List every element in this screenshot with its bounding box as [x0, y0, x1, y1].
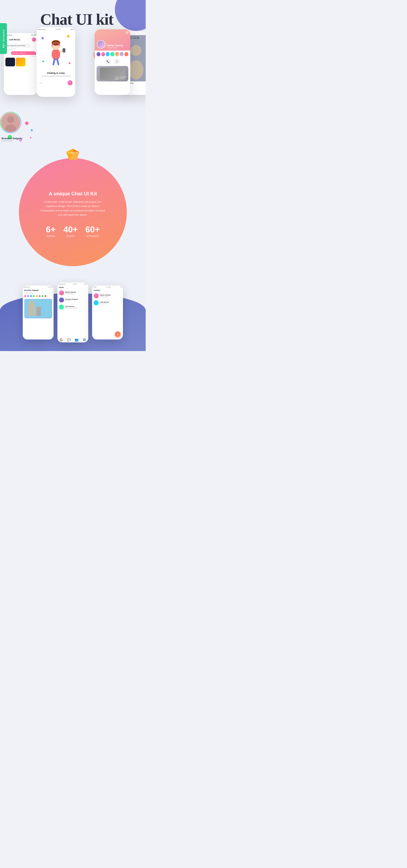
avatar-5 — [115, 52, 119, 56]
stat-sections: 6+ Sections — [46, 225, 56, 238]
close-button[interactable]: ✕ — [125, 31, 129, 34]
list-item-2: Brandon Delgado Hey there! — [58, 297, 88, 304]
p2-subtitle: Feeling Happy — [23, 292, 54, 294]
circle-description: UI elements, multi-screen artboards and … — [40, 200, 106, 217]
profile-header: Marian Stanley Feeling Happy ✕ — [95, 29, 130, 51]
tab-chat[interactable]: 💬 — [67, 338, 71, 342]
chat-media-preview: -- potter 12/27/2017...hat you knowcurat… — [97, 66, 128, 82]
p2-home-header: Home — [58, 286, 88, 289]
stat-screens-number: 40+ — [63, 225, 78, 235]
statue-preview — [24, 299, 52, 318]
phone-onboarding-center: ●●●● Sketch 9:41 AM 100% — [37, 27, 75, 97]
svg-point-11 — [129, 60, 143, 80]
menu-icon[interactable]: ☰ — [114, 59, 120, 64]
phone-profile-right: Marian Stanley Feeling Happy ✕ 📞 ☰ — [95, 29, 130, 95]
profile-circle — [0, 112, 21, 133]
hero-section: 40+ screens Chat UI kit 60+ Compo ●●●● A… — [0, 0, 146, 145]
dots-row — [23, 294, 54, 298]
avatar-2 — [101, 52, 105, 56]
tab-settings[interactable]: ⚙️ — [82, 338, 86, 342]
chat-overlay-text: -- potter 12/27/2017...hat you knowcurat… — [114, 76, 127, 80]
svg-rect-24 — [36, 307, 41, 316]
avatar-4 — [110, 52, 114, 56]
sketch-icon — [66, 149, 79, 160]
stat-elements: 60+ UI Elements — [86, 225, 100, 238]
tab-bar: 🏠 💬 👥 ⚙️ — [58, 337, 88, 342]
contact-item-1: Marian Stanley Feeling Happy — [92, 292, 123, 299]
avatar-7 — [125, 52, 128, 56]
stats-row: 6+ Sections 40+ Screens 60+ UI Elements — [46, 225, 100, 238]
fab-button[interactable]: + — [115, 331, 121, 337]
profile-image — [1, 113, 20, 132]
p2-contact-header: Contact — [92, 288, 123, 292]
svg-rect-6 — [63, 48, 65, 53]
profile-name-area: Marian Stanley Feeling Happy — [107, 44, 123, 49]
chat-bubble-sent: What are... Had lun... — [11, 51, 36, 55]
svg-point-10 — [131, 45, 141, 56]
section-gradient: A unique Chat UI Kit UI elements, multi-… — [0, 145, 146, 278]
profile-info: Brandon Delgado Feeling Happy — [2, 137, 22, 142]
svg-line-8 — [57, 59, 58, 64]
hero-title-area: Chat UI kit — [0, 0, 146, 27]
svg-point-0 — [52, 49, 60, 60]
profile-avatar — [97, 40, 105, 49]
avatar-1 — [97, 52, 100, 56]
onboarding-text: Chating is crazy Chat to any person, any… — [37, 70, 75, 79]
stat-screens: 40+ Screens — [63, 225, 78, 238]
action-icons-row: 📞 ☰ — [95, 59, 130, 64]
onboarding-illustration — [37, 31, 75, 70]
side-label: 40+ screens — [0, 23, 7, 54]
phones-area: ●●●● Alimz 9:41 AM ← Leah McCoy Hey, Dud… — [0, 26, 146, 106]
tab-contacts[interactable]: 👥 — [75, 338, 79, 342]
contact-item-2: Leah McCoy Feeling Sad — [92, 299, 123, 307]
page-title: Chat UI kit — [8, 11, 146, 27]
list-item-3: Leah McCoy What are you doing? — [58, 304, 88, 311]
phone2-contact: ●●●● 9:41 AM Q Contact Marian Stanley Fe… — [92, 285, 123, 340]
circle-title: A unique Chat UI Kit — [49, 191, 97, 197]
svg-point-13 — [7, 116, 14, 123]
stat-elements-number: 60+ — [86, 225, 100, 235]
phone2-home: ●●●● Sketch 9:41 AM 100% Home Marian Sta… — [58, 283, 88, 342]
phone-chat-left: ●●●● Alimz 9:41 AM ← Leah McCoy Hey, Dud… — [4, 33, 38, 95]
stat-screens-label: Screens — [63, 235, 78, 238]
avatar-6 — [120, 52, 124, 56]
onboarding-footer: Skip › — [37, 79, 75, 87]
gradient-circle: A unique Chat UI Kit UI elements, multi-… — [19, 158, 127, 266]
list-item-1: Marian Stanley Feeling Happy — [58, 289, 88, 297]
svg-point-23 — [30, 300, 34, 305]
chat-bubble-received: Hey, Dude tell me one thing? — [5, 44, 30, 48]
phones2-row: ●●●● Alimz 9:41 AM Brandon Delgado Feeli… — [0, 278, 146, 342]
skip-button[interactable]: Skip — [39, 82, 42, 84]
section-phones2: ●●●● Alimz 9:41 AM Brandon Delgado Feeli… — [0, 278, 146, 351]
call-icon[interactable]: 📞 — [105, 59, 111, 64]
avatar-row — [95, 51, 130, 58]
stat-sections-number: 6+ — [46, 225, 56, 235]
p2-header-name: Brandon Delgado — [23, 288, 54, 292]
character-illustration — [45, 35, 66, 66]
profile-ring — [0, 112, 21, 133]
stat-elements-label: UI Elements — [86, 235, 100, 238]
svg-line-7 — [54, 59, 55, 64]
tab-home[interactable]: 🏠 — [59, 338, 63, 342]
phone2-chat-list: ●●●● Alimz 9:41 AM Brandon Delgado Feeli… — [23, 285, 54, 340]
avatar-3 — [106, 52, 110, 56]
stat-sections-label: Sections — [46, 235, 56, 238]
next-button[interactable]: › — [67, 80, 72, 85]
